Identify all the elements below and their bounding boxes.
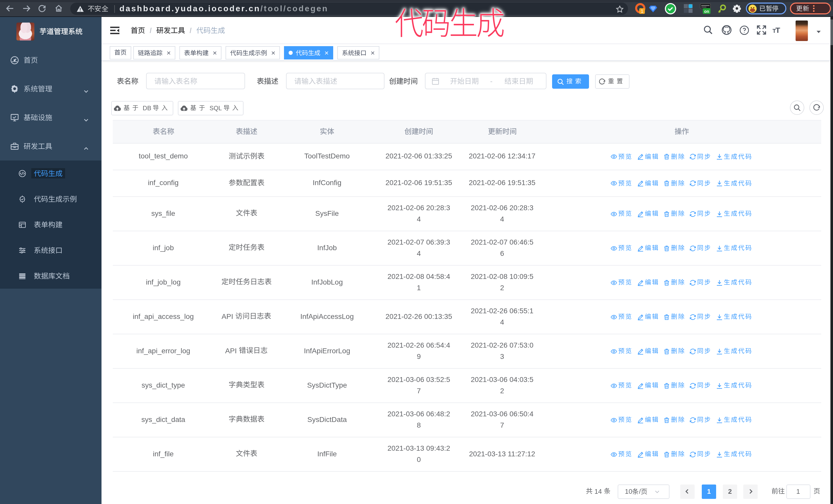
svg-text:1: 1 bbox=[641, 8, 643, 14]
svg-text:on: on bbox=[704, 9, 709, 13]
